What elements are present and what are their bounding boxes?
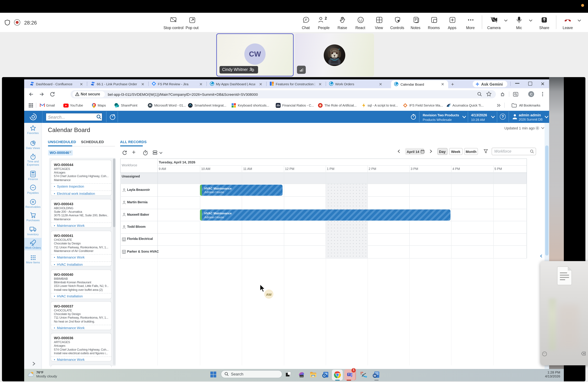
svg-text:O: O — [323, 374, 326, 377]
svg-text:M365: M365 — [300, 376, 303, 377]
svg-text:W: W — [374, 374, 376, 377]
svg-text:T: T — [348, 373, 350, 376]
